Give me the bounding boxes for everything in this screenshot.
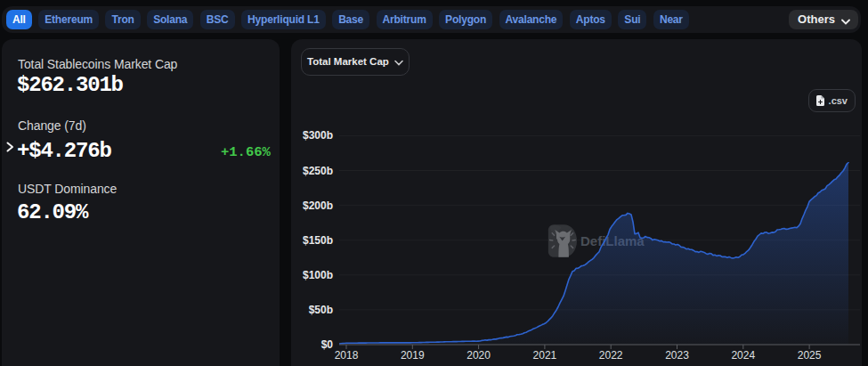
svg-text:$0: $0: [321, 338, 334, 351]
svg-text:2025: 2025: [798, 349, 822, 362]
svg-text:2019: 2019: [401, 349, 425, 362]
svg-text:2018: 2018: [335, 349, 359, 362]
svg-text:2020: 2020: [466, 349, 491, 362]
svg-text:$200b: $200b: [303, 199, 333, 212]
svg-text:$250b: $250b: [303, 165, 333, 177]
svg-text:2023: 2023: [665, 349, 689, 362]
svg-text:2021: 2021: [533, 349, 557, 362]
svg-text:$100b: $100b: [303, 269, 333, 281]
svg-text:2024: 2024: [731, 349, 755, 362]
svg-text:2022: 2022: [599, 349, 623, 362]
svg-text:$50b: $50b: [309, 304, 333, 316]
svg-text:$150b: $150b: [303, 234, 333, 247]
svg-text:$300b: $300b: [303, 129, 333, 142]
